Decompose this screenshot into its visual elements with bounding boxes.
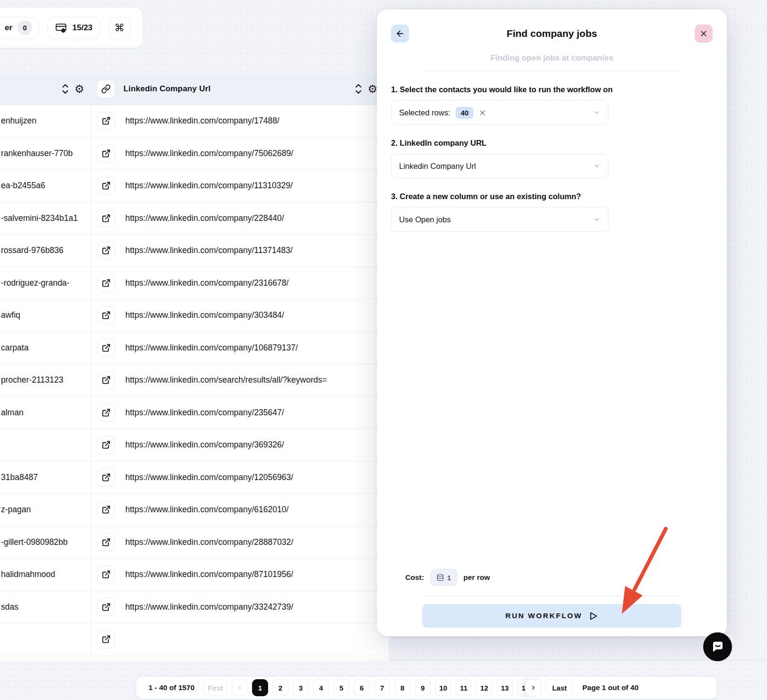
company-url-cell[interactable]: https://www.linkedin.com/company/228440/ xyxy=(91,202,389,235)
table-row[interactable]: enhuijzen https://www.linkedin.com/compa… xyxy=(0,105,389,138)
filter-button[interactable]: er 0 xyxy=(0,17,39,39)
company-url-cell[interactable]: https://www.linkedin.com/company/235647/ xyxy=(91,397,389,429)
contact-name-cell[interactable]: carpata xyxy=(0,332,91,364)
contact-name-cell[interactable]: procher-2113123 xyxy=(0,364,91,396)
page-button[interactable]: 11 xyxy=(456,679,472,696)
contact-name-cell[interactable]: rossard-976b836 xyxy=(0,235,91,267)
table-row[interactable]: procher-2113123 https://www.linkedin.com… xyxy=(0,364,389,397)
contact-name-cell[interactable]: -gillert-0980982bb xyxy=(0,526,91,559)
page-button[interactable]: 5 xyxy=(333,679,349,696)
open-external-link-button[interactable] xyxy=(97,177,115,195)
table-row[interactable] xyxy=(0,623,389,656)
last-page-button[interactable]: Last xyxy=(546,679,574,696)
selected-rows-dropdown[interactable]: Selected rows: 40 xyxy=(391,100,609,125)
page-button[interactable]: 8 xyxy=(394,679,410,696)
table-header-url-column[interactable]: Linkedin Company Url ⚙ xyxy=(91,73,389,105)
table-row[interactable]: 31ba8487 https://www.linkedin.com/compan… xyxy=(0,462,389,494)
company-url-cell[interactable]: https://www.linkedin.com/company/1068791… xyxy=(91,332,389,364)
page-button-active[interactable]: 1 xyxy=(252,679,268,696)
company-url-cell[interactable]: https://www.linkedin.com/company/369326/ xyxy=(91,429,389,461)
contact-name-cell[interactable]: -salvemini-8234b1a1 xyxy=(0,202,91,235)
table-row[interactable]: z-pagan https://www.linkedin.com/company… xyxy=(0,494,389,526)
open-external-link-button[interactable] xyxy=(97,468,115,486)
table-row[interactable]: sdas https://www.linkedin.com/company/33… xyxy=(0,591,389,624)
close-button[interactable] xyxy=(695,25,713,43)
company-url-cell[interactable]: https://www.linkedin.com/company/1137148… xyxy=(91,235,389,267)
company-url-column-dropdown[interactable]: Linkedin Company Url xyxy=(391,154,609,178)
company-url-cell[interactable]: https://www.linkedin.com/company/17488/ xyxy=(91,105,389,137)
company-url-cell[interactable]: https://www.linkedin.com/search/results/… xyxy=(91,364,389,396)
table-row[interactable]: halidmahmood https://www.linkedin.com/co… xyxy=(0,559,389,591)
open-external-link-button[interactable] xyxy=(97,403,115,421)
contact-name-cell[interactable]: awfiq xyxy=(0,299,91,332)
open-external-link-button[interactable] xyxy=(97,566,115,584)
back-button[interactable] xyxy=(391,25,409,43)
page-button[interactable]: 3 xyxy=(293,679,309,696)
table-row[interactable]: rossard-976b836 https://www.linkedin.com… xyxy=(0,235,389,267)
open-external-link-button[interactable] xyxy=(97,501,115,519)
table-row[interactable]: -gillert-0980982bb https://www.linkedin.… xyxy=(0,526,389,559)
contact-name-cell[interactable]: z-pagan xyxy=(0,494,91,526)
open-external-link-button[interactable] xyxy=(97,371,115,389)
company-url-cell[interactable]: https://www.linkedin.com/company/303484/ xyxy=(91,299,389,332)
open-external-link-button[interactable] xyxy=(97,144,115,162)
support-chat-button[interactable] xyxy=(703,632,732,661)
contact-name-cell[interactable] xyxy=(0,623,91,656)
contact-name-cell[interactable]: ea-b2455a6 xyxy=(0,170,91,202)
company-url-cell[interactable]: https://www.linkedin.com/company/1131032… xyxy=(91,170,389,202)
table-row[interactable]: ea-b2455a6 https://www.linkedin.com/comp… xyxy=(0,170,389,202)
open-external-link-button[interactable] xyxy=(97,306,115,324)
page-button[interactable]: 12 xyxy=(476,679,493,696)
open-external-link-button[interactable] xyxy=(97,533,115,551)
column-settings-gear-icon[interactable]: ⚙ xyxy=(367,84,377,95)
open-external-link-button[interactable] xyxy=(97,630,115,648)
open-external-link-button[interactable] xyxy=(97,598,115,616)
shortcuts-button[interactable]: ⌘ xyxy=(109,17,131,39)
run-workflow-button[interactable]: RUN WORKFLOW xyxy=(422,604,681,628)
company-url-cell[interactable]: https://www.linkedin.com/company/1205696… xyxy=(91,462,389,494)
contact-name-cell[interactable]: halidmahmood xyxy=(0,559,91,591)
column-settings-gear-icon[interactable]: ⚙ xyxy=(74,84,84,95)
contact-name-cell[interactable]: rankenhauser-770b xyxy=(0,138,91,170)
previous-page-button[interactable] xyxy=(232,679,248,696)
company-url-cell[interactable]: https://www.linkedin.com/company/6162010… xyxy=(91,494,389,526)
sort-icon[interactable] xyxy=(62,84,69,94)
company-url-cell[interactable] xyxy=(91,623,389,656)
page-button[interactable]: 6 xyxy=(354,679,370,696)
contact-name-cell[interactable]: 31ba8487 xyxy=(0,462,91,494)
company-url-cell[interactable]: https://www.linkedin.com/company/8710195… xyxy=(91,559,389,591)
page-button[interactable]: 10 xyxy=(435,679,452,696)
table-row[interactable]: alman https://www.linkedin.com/company/2… xyxy=(0,397,389,429)
company-url-cell[interactable]: https://www.linkedin.com/company/3324273… xyxy=(91,591,389,623)
first-page-button[interactable]: First xyxy=(203,679,227,696)
table-row[interactable]: -rodriguez-granda- https://www.linkedin.… xyxy=(0,267,389,300)
contact-name-cell[interactable]: alman xyxy=(0,397,91,429)
open-external-link-button[interactable] xyxy=(97,436,115,454)
table-header-name-column[interactable]: ⚙ xyxy=(0,73,91,105)
open-external-link-button[interactable] xyxy=(97,112,115,130)
contact-name-cell[interactable] xyxy=(0,429,91,461)
company-url-cell[interactable]: https://www.linkedin.com/company/7506268… xyxy=(91,138,389,170)
table-row[interactable]: https://www.linkedin.com/company/369326/ xyxy=(0,429,389,462)
page-button[interactable]: 13 xyxy=(497,679,513,696)
open-external-link-button[interactable] xyxy=(97,242,115,260)
table-row[interactable]: carpata https://www.linkedin.com/company… xyxy=(0,332,389,365)
table-row[interactable]: -salvemini-8234b1a1 https://www.linkedin… xyxy=(0,202,389,235)
contact-name-cell[interactable]: -rodriguez-granda- xyxy=(0,267,91,299)
output-column-dropdown[interactable]: Use Open jobs xyxy=(391,207,609,232)
contact-name-cell[interactable]: enhuijzen xyxy=(0,105,91,137)
open-external-link-button[interactable] xyxy=(97,274,115,292)
company-url-cell[interactable]: https://www.linkedin.com/company/2316678… xyxy=(91,267,389,299)
next-page-button[interactable] xyxy=(525,679,541,696)
sort-icon[interactable] xyxy=(355,84,362,94)
open-external-link-button[interactable] xyxy=(97,209,115,227)
clear-selection-icon[interactable] xyxy=(479,109,486,116)
table-row[interactable]: rankenhauser-770b https://www.linkedin.c… xyxy=(0,138,389,170)
page-button[interactable]: 4 xyxy=(313,679,329,696)
company-url-cell[interactable]: https://www.linkedin.com/company/2888703… xyxy=(91,526,389,559)
page-button[interactable]: 7 xyxy=(374,679,390,696)
table-row[interactable]: awfiq https://www.linkedin.com/company/3… xyxy=(0,299,389,332)
contact-name-cell[interactable]: sdas xyxy=(0,591,91,623)
open-external-link-button[interactable] xyxy=(97,339,115,357)
columns-visibility-button[interactable]: 15/23 xyxy=(47,17,100,39)
